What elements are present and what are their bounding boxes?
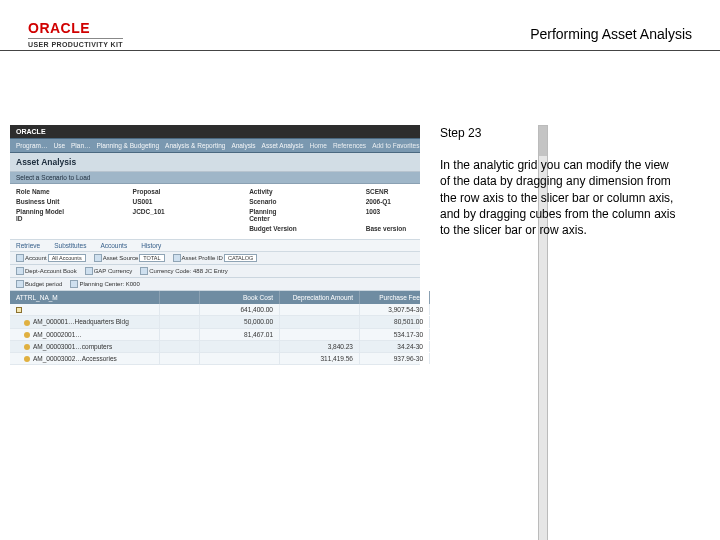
link-row: Retrieve Substitutes Accounts History	[10, 239, 420, 252]
dim-label[interactable]: Budget period	[25, 281, 62, 287]
cell: 534.17-30	[360, 329, 430, 340]
slicer-bar-1[interactable]: Account All Accounts Asset Source TOTAL …	[10, 252, 420, 265]
cell	[200, 341, 280, 352]
app-screenshot: ORACLE Program… Use Plan… Planning & Bud…	[10, 125, 420, 365]
page-band: Asset Analysis	[10, 153, 420, 172]
dim-icon	[16, 267, 24, 275]
brand-logo: ORACLE USER PRODUCTIVITY KIT	[28, 20, 123, 48]
fld-value	[191, 225, 239, 232]
row-name: AM_000001…Headquarters Bldg	[33, 318, 129, 325]
load-scenario-bar[interactable]: Select a Scenario to Load	[10, 172, 420, 184]
criteria-fields: Role Name Proposal Activity SCENR Busine…	[10, 184, 420, 239]
dim-label[interactable]: Dept-Account Book	[25, 268, 77, 274]
slicer-bar-3[interactable]: Budget period Planning Center: K000	[10, 278, 420, 291]
dim-label[interactable]: Account	[25, 255, 47, 261]
col-header[interactable]: Purchase Fees	[360, 291, 430, 304]
cell	[200, 353, 280, 364]
dim-label[interactable]: Currency Code: 488 JC Entry	[149, 268, 227, 274]
nav-ref[interactable]: References	[333, 142, 366, 149]
crumb[interactable]: Analysis & Reporting	[165, 142, 225, 149]
fld-label: 2006-Q1	[366, 198, 414, 205]
fld-value	[191, 198, 239, 205]
fld-label: Planning Center	[249, 208, 297, 222]
fld-value	[307, 188, 355, 195]
grid-row[interactable]: AM_00003002…Accessories 311,419.56 937.9…	[10, 353, 420, 365]
fld-label: Proposal	[133, 188, 181, 195]
dim-select[interactable]: TOTAL	[139, 254, 164, 262]
fld-label: JCDC_101	[133, 208, 181, 222]
fld-label	[16, 225, 64, 232]
step-body: In the analytic grid you can modify the …	[440, 157, 680, 238]
cell: 81,467.01	[200, 329, 280, 340]
dim-icon	[16, 254, 24, 262]
fld-label	[133, 225, 181, 232]
dim-label[interactable]: Asset Source	[103, 255, 139, 261]
row-name: AM_00003001…computers	[33, 343, 112, 350]
fld-label: Budget Version	[249, 225, 297, 232]
fld-label: Business Unit	[16, 198, 64, 205]
cell: 3,840.23	[280, 341, 360, 352]
col-header[interactable]: Depreciation Amount	[280, 291, 360, 304]
crumb[interactable]: Plan…	[71, 142, 91, 149]
dim-select[interactable]: CATALOG	[224, 254, 257, 262]
fld-value	[307, 198, 355, 205]
leaf-icon	[24, 344, 30, 350]
cell	[280, 329, 360, 340]
fld-value	[74, 198, 122, 205]
app-page-title: Asset Analysis	[16, 157, 414, 167]
fld-value	[307, 208, 355, 222]
nav-fav[interactable]: Add to Favorites	[372, 142, 419, 149]
link-retrieve[interactable]: Retrieve	[16, 242, 40, 249]
col-header[interactable]	[160, 291, 200, 304]
dim-icon	[94, 254, 102, 262]
fld-value	[74, 188, 122, 195]
cell: 50,000.00	[200, 316, 280, 327]
grid-row[interactable]: AM_00003001…computers 3,840.23 34.24-30	[10, 341, 420, 353]
link-history[interactable]: History	[141, 242, 161, 249]
col-header[interactable]: Book Cost	[200, 291, 280, 304]
brand-text: ORACLE	[28, 20, 123, 36]
fld-label: US001	[133, 198, 181, 205]
nav-home[interactable]: Home	[310, 142, 327, 149]
cell: 311,419.56	[280, 353, 360, 364]
step-label: Step 23	[440, 125, 680, 141]
leaf-icon	[24, 332, 30, 338]
cell: 34.24-30	[360, 341, 430, 352]
app-titlebar: ORACLE	[10, 125, 420, 138]
grid-row[interactable]: AM_00002001… 81,467.01 534.17-30	[10, 329, 420, 341]
dim-label[interactable]: Asset Profile ID	[182, 255, 223, 261]
slicer-bar-2[interactable]: Dept-Account Book GAP Currency Currency …	[10, 265, 420, 278]
fld-label: 1003	[366, 208, 414, 222]
dim-icon	[70, 280, 78, 288]
cell: 937.96-30	[360, 353, 430, 364]
expand-icon[interactable]	[16, 307, 22, 313]
cell	[280, 304, 360, 315]
grid-row[interactable]: AM_000001…Headquarters Bldg 50,000.00 80…	[10, 316, 420, 328]
dim-label[interactable]: Planning Center: K000	[79, 281, 139, 287]
crumb[interactable]: Asset Analysis	[262, 142, 304, 149]
row-name: AM_00003002…Accessories	[33, 355, 117, 362]
dim-label[interactable]: GAP Currency	[94, 268, 133, 274]
cell: 3,907.54-30	[360, 304, 430, 315]
page-title: Performing Asset Analysis	[530, 26, 692, 42]
col-header[interactable]: ATTRL_NA_M	[10, 291, 160, 304]
grid-header: ATTRL_NA_M Book Cost Depreciation Amount…	[10, 291, 420, 304]
dim-select[interactable]: All Accounts	[48, 254, 86, 262]
link-substitutes[interactable]: Substitutes	[54, 242, 86, 249]
fld-value	[74, 208, 122, 222]
dim-icon	[85, 267, 93, 275]
crumb[interactable]: Planning & Budgeting	[97, 142, 160, 149]
leaf-icon	[24, 356, 30, 362]
fld-label: Planning Model ID	[16, 208, 64, 222]
header-rule	[0, 50, 720, 51]
fld-label: Base version	[366, 225, 414, 232]
leaf-icon	[24, 320, 30, 326]
crumb[interactable]: Analysis	[231, 142, 255, 149]
grid-row[interactable]: 641,400.00 3,907.54-30	[10, 304, 420, 316]
fld-value	[191, 188, 239, 195]
link-accounts[interactable]: Accounts	[100, 242, 127, 249]
crumb[interactable]: Program…	[16, 142, 47, 149]
cell: 641,400.00	[200, 304, 280, 315]
crumb[interactable]: Use	[53, 142, 65, 149]
fld-value	[74, 225, 122, 232]
